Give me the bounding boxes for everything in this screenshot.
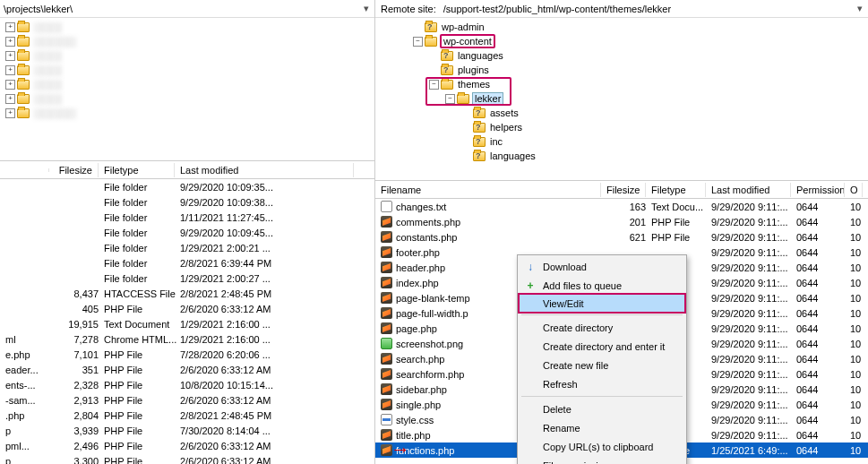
cell-own: 10 — [850, 400, 868, 410]
local-tree[interactable]: +░░░░+░░░░░░+░░░░+░░░░+░░░░+░░░░+░░░░░░ — [0, 18, 374, 161]
ctx-view-edit[interactable]: View/Edit — [519, 294, 685, 313]
expand-icon[interactable]: + — [5, 22, 15, 32]
expand-icon[interactable]: + — [5, 80, 15, 90]
spacer — [461, 137, 471, 147]
cell-mod: 9/29/2020 9:11:... — [711, 400, 796, 410]
tree-label: inc — [488, 136, 504, 147]
cell-perm: 0644 — [796, 293, 850, 304]
col-name[interactable] — [0, 168, 49, 172]
list-item[interactable]: e.php7,101PHP File7/28/2020 6:20:06 ... — [0, 347, 374, 362]
list-item[interactable]: File folder9/29/2020 10:09:38... — [0, 194, 374, 210]
ctx-rename[interactable]: Rename — [520, 418, 684, 437]
remote-path-input[interactable] — [442, 1, 852, 17]
cell-type: PHP File — [104, 365, 180, 375]
list-item[interactable]: .php2,804PHP File2/8/2021 2:48:45 PM — [0, 408, 374, 423]
remote-tree[interactable]: wp-admin−wp-contentlanguagesplugins−them… — [375, 18, 868, 181]
list-item[interactable]: p3,939PHP File7/30/2020 8:14:04 ... — [0, 423, 374, 438]
tree-item[interactable]: +░░░░ — [0, 77, 374, 91]
tree-item[interactable]: +░░░░░░ — [0, 34, 374, 48]
tree-item[interactable]: plugins — [375, 63, 868, 77]
tree-item[interactable]: wp-admin — [375, 20, 868, 34]
col-lastmodified[interactable]: Last modified — [175, 163, 354, 177]
local-file-list[interactable]: File folder9/29/2020 10:09:35...File fol… — [0, 179, 374, 464]
ctx-copy-urls[interactable]: Copy URL(s) to clipboard — [520, 437, 684, 456]
folder-icon — [457, 94, 469, 104]
cell-mod: 2/6/2020 6:33:12 AM — [180, 456, 359, 465]
list-item[interactable]: changes.txt163Text Docu...9/29/2020 9:11… — [375, 199, 868, 214]
col-filename[interactable]: Filename — [375, 183, 601, 197]
list-item[interactable]: 405PHP File2/6/2020 6:33:12 AM — [0, 301, 374, 316]
list-item[interactable]: pml...2,496PHP File2/6/2020 6:33:12 AM — [0, 438, 374, 453]
local-path-input[interactable] — [2, 1, 358, 17]
list-item[interactable]: eader...351PHP File2/6/2020 6:33:12 AM — [0, 362, 374, 377]
list-item[interactable]: p3,300PHP File2/6/2020 6:33:12 AM — [0, 453, 374, 464]
cell-type: PHP File — [104, 441, 180, 451]
col-filetype[interactable]: Filetype — [646, 183, 706, 197]
spacer — [461, 123, 471, 133]
tree-item[interactable]: inc — [375, 134, 868, 149]
list-item[interactable]: File folder1/11/2021 11:27:45... — [0, 210, 374, 225]
col-lastmodified[interactable]: Last modified — [706, 183, 791, 197]
expand-icon[interactable]: + — [5, 51, 15, 61]
cell-perm: 0644 — [796, 369, 850, 380]
list-item[interactable]: File folder1/29/2021 2:00:21 ... — [0, 240, 374, 255]
col-filesize[interactable]: Filesize — [601, 183, 646, 197]
col-filetype[interactable]: Filetype — [99, 163, 175, 177]
ctx-file-permissions[interactable]: File permissions... — [520, 456, 684, 464]
ctx-download[interactable]: ↓ Download — [520, 257, 684, 276]
ctx-label: Create new file — [543, 360, 608, 371]
list-item[interactable]: File folder9/29/2020 10:09:35... — [0, 179, 374, 194]
tree-item[interactable]: languages — [375, 48, 868, 63]
local-list-header: Filesize Filetype Last modified — [0, 161, 374, 179]
tree-item[interactable]: +░░░░ — [0, 63, 374, 77]
cell-name: pml... — [5, 441, 55, 451]
expand-icon[interactable]: + — [5, 108, 15, 118]
list-item[interactable]: ml7,278Chrome HTML...1/29/2021 2:16:00 .… — [0, 331, 374, 347]
remote-site-label: Remote site: — [377, 4, 440, 14]
tree-item[interactable]: +░░░░ — [0, 48, 374, 63]
ctx-create-directory-enter[interactable]: Create directory and enter it — [520, 337, 684, 356]
list-item[interactable]: comments.php201PHP File9/29/2020 9:11:..… — [375, 214, 868, 229]
list-item[interactable]: 19,915Text Document1/29/2021 2:16:00 ... — [0, 316, 374, 331]
tree-item[interactable]: languages — [375, 149, 868, 163]
cell-size: 3,300 — [55, 456, 104, 465]
tree-item[interactable]: −themes — [375, 77, 868, 91]
list-item[interactable]: 8,437HTACCESS File2/8/2021 2:48:45 PM — [0, 286, 374, 301]
expand-icon[interactable]: + — [5, 37, 15, 47]
tree-item[interactable]: −wp-content — [375, 34, 868, 48]
tree-item[interactable]: assets — [375, 106, 868, 120]
expand-icon[interactable]: + — [5, 65, 15, 75]
expand-icon[interactable]: − — [429, 80, 439, 90]
file-icon — [381, 216, 392, 228]
tree-label: ░░░░ — [32, 21, 64, 32]
col-permissions[interactable]: Permissions — [791, 183, 845, 197]
ctx-delete[interactable]: Delete — [520, 400, 684, 418]
cell-type: PHP File — [104, 380, 180, 391]
ctx-create-directory[interactable]: Create directory — [520, 318, 684, 337]
cell-perm: 0644 — [796, 384, 850, 395]
list-item[interactable]: constants.php621PHP File9/29/2020 9:11:.… — [375, 229, 868, 245]
col-owner[interactable]: O — [845, 183, 863, 197]
tree-item[interactable]: +░░░░ — [0, 20, 374, 34]
ctx-create-new-file[interactable]: Create new file — [520, 356, 684, 374]
file-icon — [381, 201, 392, 212]
list-item[interactable]: File folder2/8/2021 6:39:44 PM — [0, 255, 374, 271]
expand-icon[interactable]: − — [445, 94, 455, 104]
col-filesize[interactable]: Filesize — [49, 163, 99, 177]
list-item[interactable]: File folder9/29/2020 10:09:45... — [0, 225, 374, 240]
ctx-add-to-queue[interactable]: + Add files to queue — [520, 276, 684, 295]
expand-icon[interactable]: + — [5, 94, 15, 104]
tree-item[interactable]: helpers — [375, 120, 868, 134]
file-icon — [381, 429, 392, 441]
tree-label: plugins — [456, 64, 491, 75]
list-item[interactable]: File folder1/29/2021 2:00:27 ... — [0, 271, 374, 286]
expand-icon[interactable]: − — [413, 37, 423, 47]
tree-item[interactable]: −lekker — [375, 91, 868, 106]
list-item[interactable]: ents-...2,328PHP File10/8/2020 10:15:14.… — [0, 377, 374, 392]
ctx-refresh[interactable]: Refresh — [520, 374, 684, 393]
tree-item[interactable]: +░░░░ — [0, 91, 374, 106]
chevron-down-icon[interactable]: ▾ — [854, 3, 866, 15]
list-item[interactable]: -sam...2,913PHP File2/6/2020 6:33:12 AM — [0, 392, 374, 408]
chevron-down-icon[interactable]: ▾ — [360, 3, 373, 15]
tree-item[interactable]: +░░░░░░ — [0, 106, 374, 120]
